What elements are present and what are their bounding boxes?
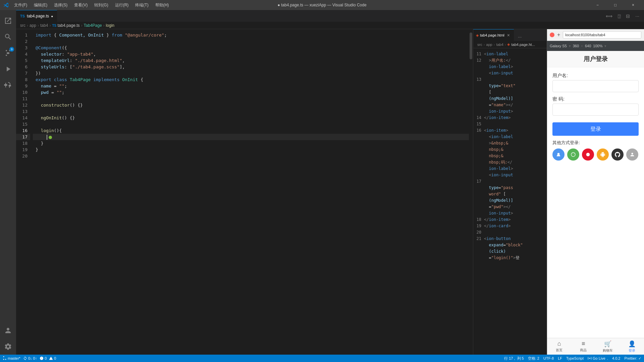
- device-zoom[interactable]: 100%: [593, 44, 602, 48]
- code-line-12: constructor() {}: [33, 102, 469, 108]
- line-ending-label: LF: [558, 356, 562, 360]
- html-line-18: nbsp;码:</: [483, 159, 547, 166]
- browser-close-button[interactable]: [550, 33, 554, 37]
- anonymous-login-button[interactable]: [626, 148, 638, 161]
- breadcrumb-html-tab4[interactable]: tab4: [496, 43, 503, 47]
- code-line-20: [33, 153, 469, 159]
- breadcrumb-app[interactable]: app: [30, 23, 36, 28]
- password-input[interactable]: [552, 104, 639, 116]
- tab-ts[interactable]: TS tab4.page.ts ●: [16, 10, 57, 22]
- code-line-16: login(){: [33, 127, 469, 134]
- cursor-position[interactable]: 行 17, 列 5: [504, 356, 524, 361]
- git-branch-status[interactable]: master*: [3, 356, 20, 360]
- error-status[interactable]: 0 0: [40, 356, 56, 360]
- breadcrumb-ts-file[interactable]: TS tab4.page.ts: [52, 23, 79, 28]
- minimize-button[interactable]: −: [590, 0, 605, 10]
- open-changes-button[interactable]: ⍰: [616, 12, 623, 20]
- code-line-3: @Component({: [33, 45, 469, 51]
- browser-toolbar: + localhost:8100/tabs/tab4: [547, 29, 644, 41]
- prettier-status[interactable]: Prettier: ✓: [624, 356, 641, 361]
- wechat-login-button[interactable]: [567, 148, 579, 161]
- weibo-login-button[interactable]: [582, 148, 594, 161]
- breadcrumb-tab4[interactable]: tab4: [40, 23, 48, 28]
- bottom-tab-home[interactable]: ⌂ 首页: [547, 340, 571, 353]
- activity-bar: 9: [0, 10, 16, 355]
- source-control-badge: 9: [9, 47, 14, 52]
- menu-run[interactable]: 运行(R): [112, 2, 131, 9]
- username-input[interactable]: [552, 80, 639, 92]
- code-line-4: selector: "app-tab4",: [33, 51, 469, 57]
- html-line-16: nbsp;&: [483, 146, 547, 153]
- editor-scrollbar[interactable]: [469, 29, 473, 355]
- browser-url-bar[interactable]: localhost:8100/tabs/tab4: [563, 31, 641, 39]
- bottom-tab-products[interactable]: ≡ 商品: [571, 340, 595, 353]
- breadcrumb-src[interactable]: src: [20, 23, 25, 28]
- menu-edit[interactable]: 编辑(E): [31, 2, 50, 9]
- password-group: 密 码:: [552, 96, 639, 116]
- activity-explorer[interactable]: [0, 13, 16, 29]
- breadcrumb-html-app[interactable]: app: [486, 43, 492, 47]
- tab-html-close[interactable]: ×: [506, 33, 511, 38]
- spaces-status[interactable]: 空格: 2: [528, 356, 539, 361]
- breadcrumb-html-file[interactable]: ◈: [507, 42, 510, 47]
- breadcrumb-html: src › app › tab4 › ◈ tab4.page.ht...: [473, 41, 547, 48]
- menu-select[interactable]: 选择(S): [51, 2, 70, 9]
- bottom-tab-login[interactable]: 👤 登录: [620, 340, 644, 353]
- device-name-label[interactable]: Galaxy S5: [550, 44, 567, 48]
- vscode-logo-icon: [3, 2, 9, 8]
- tab-html[interactable]: ◈ tab4.page.html ×: [473, 29, 514, 41]
- scrollbar-thumb: [470, 33, 472, 59]
- html-code-content[interactable]: <ion-label >用户名:</ ion-label> <ion-input…: [483, 48, 547, 355]
- breadcrumb-method[interactable]: login: [106, 23, 114, 28]
- html-line-12: [483, 121, 547, 127]
- tab-ts-modified-dot: ●: [51, 14, 53, 18]
- menu-file[interactable]: 文件(F): [11, 2, 30, 9]
- activity-run[interactable]: [0, 61, 16, 77]
- titlebar: 文件(F) 编辑(E) 选择(S) 查看(V) 转到(G) 运行(R) 终端(T…: [0, 0, 644, 10]
- breadcrumb-class[interactable]: Tab4Page: [84, 23, 102, 28]
- html-tab-more[interactable]: ···: [515, 33, 525, 41]
- go-live-status[interactable]: Go Live .: [588, 356, 608, 360]
- split-editor-button[interactable]: ⟺: [604, 12, 614, 20]
- activity-source-control[interactable]: 9: [0, 45, 16, 61]
- activity-account[interactable]: [0, 322, 16, 339]
- bottom-tab-cart[interactable]: 🛒 购物车: [596, 340, 620, 353]
- html-line-15: >&nbsp;&: [483, 140, 547, 146]
- breadcrumb-html-src[interactable]: src: [477, 43, 482, 47]
- version-status[interactable]: 4.0.2: [612, 356, 620, 360]
- html-line-5: [483, 76, 547, 83]
- menu-help[interactable]: 帮助(H): [153, 2, 172, 9]
- browser-new-tab-button[interactable]: +: [556, 32, 561, 38]
- menu-terminal[interactable]: 终端(T): [132, 2, 151, 9]
- editor-toolbar: ⟺ ⍰ ⊟ ···: [604, 12, 644, 20]
- login-button[interactable]: 登录: [552, 122, 639, 136]
- github-login-button[interactable]: [611, 148, 624, 161]
- tab-html-label: tab4.page.html: [480, 33, 504, 37]
- line-ending-status[interactable]: LF: [558, 356, 562, 360]
- qq-login-button[interactable]: [552, 148, 565, 161]
- html-line-10: ion-input>: [483, 108, 547, 115]
- more-actions-button[interactable]: ···: [633, 12, 641, 20]
- code-content[interactable]: import { Component, OnInit } from "@angu…: [33, 29, 469, 355]
- encoding-status[interactable]: UTF-8: [543, 356, 554, 360]
- menu-view[interactable]: 查看(V): [71, 2, 90, 9]
- activity-settings[interactable]: [0, 339, 16, 355]
- html-line-30: <ion-button: [483, 236, 547, 242]
- close-button[interactable]: ×: [626, 0, 641, 10]
- language-status[interactable]: TypeScript: [566, 356, 584, 360]
- code-line-11: [33, 96, 469, 102]
- activity-search[interactable]: [0, 29, 16, 45]
- maximize-button[interactable]: □: [608, 0, 623, 10]
- android-login-button[interactable]: [597, 148, 609, 161]
- split-view-button[interactable]: ⊟: [624, 12, 632, 20]
- version-label: 4.0.2: [612, 356, 620, 360]
- menu-goto[interactable]: 转到(G): [92, 2, 111, 9]
- prettier-label: Prettier: ✓: [624, 356, 641, 361]
- status-right: 行 17, 列 5 空格: 2 UTF-8 LF TypeScript Go L…: [504, 356, 641, 361]
- code-editor[interactable]: 12345 678910 1112131415 1617181920 impor…: [16, 29, 473, 355]
- html-tab-bar: ◈ tab4.page.html × ···: [473, 29, 547, 41]
- extensions-icon: [4, 81, 12, 89]
- sync-status[interactable]: 0↓ 0↑: [23, 356, 37, 360]
- activity-extensions[interactable]: [0, 77, 16, 93]
- git-branch-name: master*: [8, 356, 20, 360]
